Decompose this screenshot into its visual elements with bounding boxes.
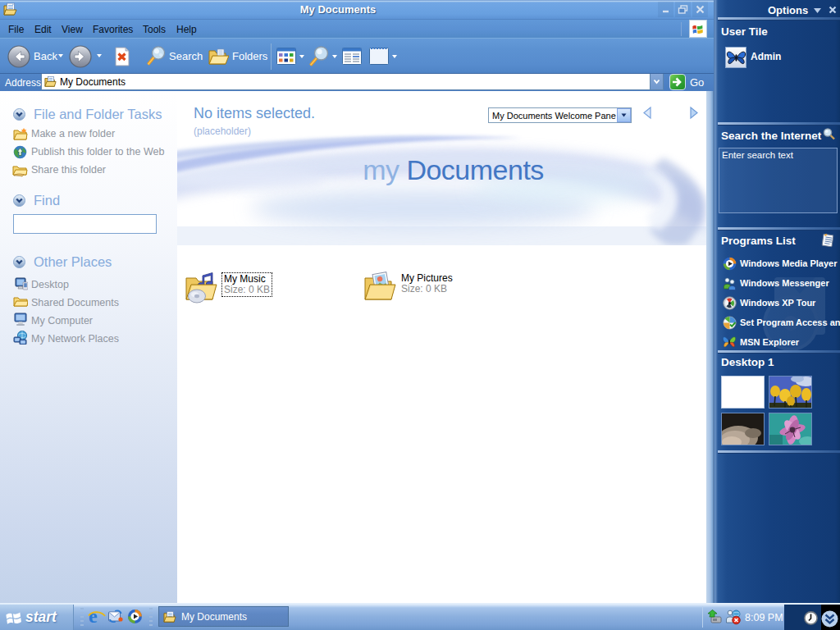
svg-text:e: e: [89, 607, 98, 625]
